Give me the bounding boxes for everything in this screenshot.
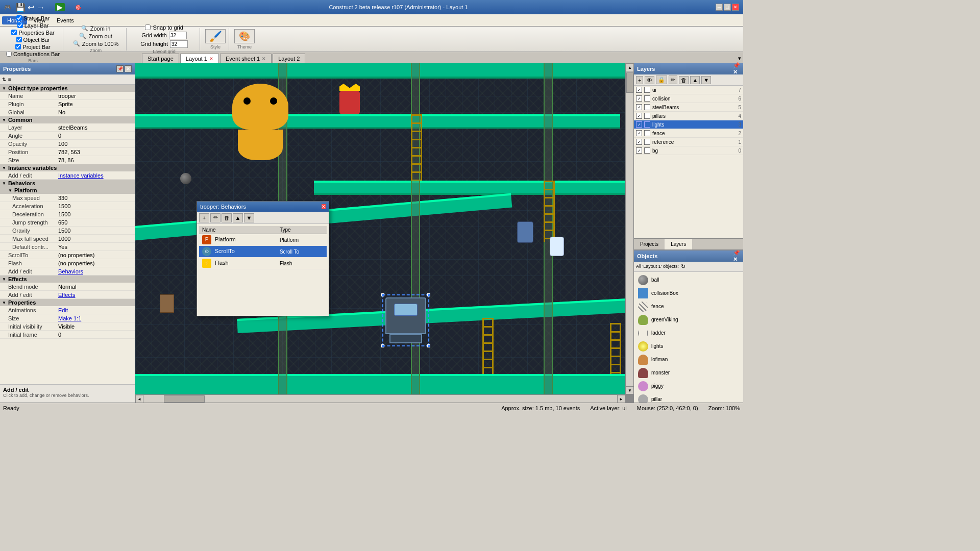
layers-edit-btn[interactable]: ✏ [669, 76, 677, 84]
obj-item-monster[interactable]: monster [636, 367, 741, 379]
grid-height-input[interactable] [170, 40, 188, 48]
obj-item-ball[interactable]: ball [636, 274, 741, 286]
obj-item-lofiman[interactable]: lofiman [636, 354, 741, 366]
minimize-btn[interactable]: ─ [716, 4, 723, 11]
right-tab-layers[interactable]: Layers [665, 239, 692, 249]
hscroll-left-btn[interactable]: ◄ [135, 395, 143, 403]
right-tab-projects[interactable]: Projects [634, 239, 665, 249]
layers-eye-btn[interactable]: 👁 [645, 76, 654, 84]
vscroll-down-btn[interactable]: ▼ [626, 386, 633, 394]
properties-close-btn[interactable]: ✕ [125, 65, 132, 72]
layer-collision-lock[interactable] [644, 95, 650, 102]
prop-addedit-instance-value[interactable]: Instance variables [56, 172, 135, 179]
layer-pillars-vis[interactable]: ✓ [636, 113, 642, 119]
properties-pin-btn[interactable]: 📌 [116, 65, 124, 72]
layer-fence-vis[interactable]: ✓ [636, 130, 642, 136]
layer-bg-lock[interactable] [644, 147, 650, 154]
layer-lights-vis[interactable]: ✓ [636, 121, 642, 128]
layer-steelbeams-lock[interactable] [644, 104, 650, 110]
layers-add-btn[interactable]: + [636, 76, 643, 84]
zoom-in-label[interactable]: Zoom in [90, 26, 111, 32]
layer-pillars-lock[interactable] [644, 113, 650, 119]
layer-reference-vis[interactable]: ✓ [636, 139, 642, 145]
run-btn[interactable]: ▶ [55, 3, 65, 11]
layers-lock-btn[interactable]: 🔒 [656, 76, 667, 84]
grid-width-input[interactable] [169, 32, 187, 39]
tab-eventsheet1[interactable]: Event sheet 1 ✕ [220, 54, 272, 63]
prop-addedit-effects-value[interactable]: Effects [56, 291, 135, 298]
layer-fence-lock[interactable] [644, 130, 650, 136]
obj-item-greenviking[interactable]: greenViking [636, 314, 741, 326]
layer-row-lights[interactable]: ✓ lights 3 [634, 120, 743, 129]
section-object-type[interactable]: ▼ Object type properties [0, 85, 135, 92]
layer-bg-vis[interactable]: ✓ [636, 147, 642, 154]
layers-up-btn[interactable]: ▲ [690, 76, 700, 84]
theme-button[interactable]: 🎨 [234, 29, 255, 43]
behaviors-close-btn[interactable]: ✕ [322, 204, 326, 209]
layer-ui-lock[interactable] [644, 87, 650, 93]
layer-row-pillars[interactable]: ✓ pillars 4 [634, 112, 743, 120]
objects-refresh-btn[interactable]: ↻ [681, 263, 685, 270]
zoom-100-label[interactable]: Zoom to 100% [82, 41, 119, 47]
section-platform[interactable]: ▼ Platform [0, 187, 135, 194]
behaviors-row-platform[interactable]: P Platform Platform [199, 234, 327, 246]
layer-row-ui[interactable]: ✓ ui 7 [634, 86, 743, 94]
layer-row-reference[interactable]: ✓ reference 1 [634, 138, 743, 146]
props-sort-alpha-btn[interactable]: ⇅ [2, 77, 6, 82]
zoom-out-label[interactable]: Zoom out [88, 33, 112, 39]
behaviors-delete-btn[interactable]: 🗑 [222, 213, 232, 222]
obj-item-lights[interactable]: lights [636, 340, 741, 353]
behaviors-titlebar[interactable]: trooper: Behaviors ✕ [197, 202, 329, 212]
canvas-vscroll[interactable]: ▲ ▼ [625, 63, 633, 394]
behaviors-edit-btn[interactable]: ✏ [210, 213, 220, 222]
obj-item-pillar[interactable]: pillar [636, 393, 741, 403]
props-sort-cat-btn[interactable]: ≡ [8, 77, 11, 82]
layer-row-steelbeams[interactable]: ✓ steelBeams 5 [634, 103, 743, 112]
layerbar-checkbox[interactable] [17, 22, 23, 28]
menu-events[interactable]: Events [52, 16, 79, 24]
behaviors-up-btn[interactable]: ▲ [233, 213, 243, 222]
obj-item-ladder[interactable]: ladder [636, 327, 741, 339]
propertiesbar-checkbox[interactable] [11, 30, 17, 35]
section-behaviors[interactable]: ▼ Behaviors [0, 180, 135, 187]
tab-scroll-btn[interactable]: ▾ [736, 54, 743, 63]
behaviors-add-btn[interactable]: + [199, 213, 209, 222]
layers-pin-btn[interactable]: 📌 [733, 62, 740, 69]
hscroll-right-btn[interactable]: ► [617, 395, 625, 403]
behaviors-row-scrollto[interactable]: ⊙ ScrollTo Scroll To [199, 246, 327, 258]
vscroll-thumb[interactable] [626, 72, 633, 93]
objectbar-checkbox[interactable] [16, 37, 22, 42]
layer-reference-lock[interactable] [644, 139, 650, 145]
prop-addedit-behaviors-value[interactable]: Behaviors [56, 268, 135, 275]
tab-layout1[interactable]: Layout 1 ✕ [180, 54, 219, 63]
layer-collision-vis[interactable]: ✓ [636, 95, 642, 102]
section-effects[interactable]: ▼ Effects [0, 276, 135, 283]
projectbar-checkbox[interactable] [15, 44, 21, 49]
canvas-hscroll[interactable]: ◄ ► [135, 394, 625, 403]
section-properties[interactable]: ▼ Properties [0, 299, 135, 306]
tab-eventsheet1-close[interactable]: ✕ [262, 56, 266, 61]
layer-steelbeams-vis[interactable]: ✓ [636, 104, 642, 110]
prop-sizeprop-value[interactable]: Make 1:1 [56, 315, 135, 322]
maximize-btn[interactable]: □ [724, 4, 731, 11]
close-btn[interactable]: ✕ [732, 4, 739, 11]
vscroll-up-btn[interactable]: ▲ [626, 63, 633, 71]
objects-pin-btn[interactable]: 📌 [733, 250, 740, 256]
tab-layout1-close[interactable]: ✕ [209, 56, 213, 61]
layer-row-bg[interactable]: ✓ bg 0 [634, 146, 743, 155]
hscroll-thumb[interactable] [164, 395, 205, 403]
section-common[interactable]: ▼ Common [0, 116, 135, 123]
obj-item-piggy[interactable]: piggy [636, 380, 741, 392]
tab-layout2[interactable]: Layout 2 [273, 54, 305, 63]
style-button[interactable]: 🖌️ [205, 29, 226, 43]
layer-row-collision[interactable]: ✓ collision 6 [634, 94, 743, 103]
behaviors-row-flash[interactable]: ⚡ Flash Flash [199, 258, 327, 269]
layer-row-fence[interactable]: ✓ fence 2 [634, 129, 743, 138]
configbar-checkbox[interactable] [6, 51, 12, 57]
obj-item-collisionbox[interactable]: collisionBox [636, 287, 741, 299]
prop-animations-value[interactable]: Edit [56, 307, 135, 314]
layers-delete-btn[interactable]: 🗑 [679, 76, 689, 84]
snap-to-grid-checkbox[interactable] [145, 24, 151, 30]
behaviors-down-btn[interactable]: ▼ [244, 213, 254, 222]
tab-startpage[interactable]: Start page [142, 54, 179, 63]
